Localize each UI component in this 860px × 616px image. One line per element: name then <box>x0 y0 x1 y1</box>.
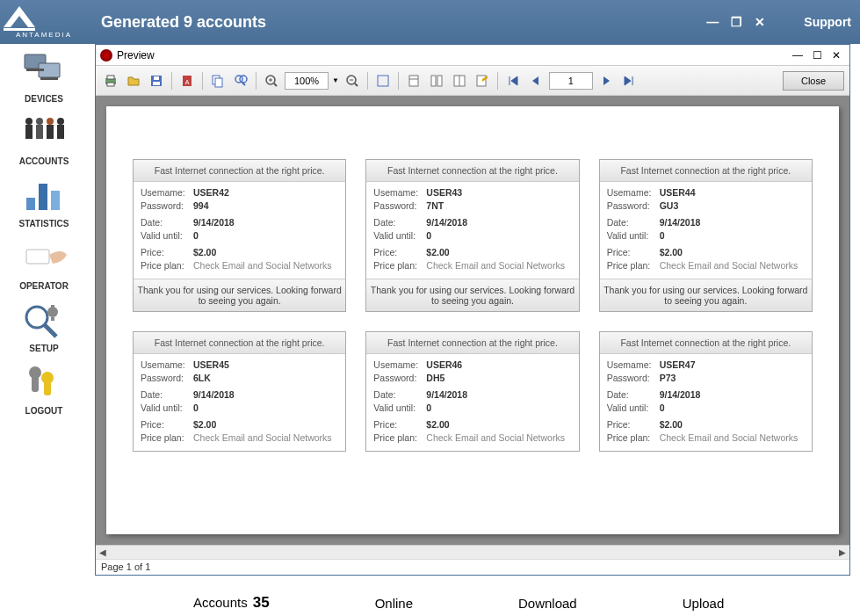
preview-titlebar: Preview — ☐ ✕ <box>96 45 849 66</box>
sidebar-item-devices[interactable]: DEVICES <box>4 48 83 104</box>
minimize-button[interactable]: — <box>706 15 719 29</box>
sidebar-item-setup[interactable]: SETUP <box>4 298 83 353</box>
accounts-label: Accounts <box>193 595 248 610</box>
password-label: Password: <box>607 373 660 383</box>
svg-rect-17 <box>26 250 49 264</box>
username-value: USER47 <box>660 359 805 370</box>
plan-label: Price plan: <box>607 260 660 271</box>
svg-line-19 <box>44 324 56 337</box>
app-title: Generated 9 accounts <box>101 13 266 32</box>
plan-label: Price plan: <box>141 260 193 271</box>
close-button[interactable]: ✕ <box>755 15 765 29</box>
zoom-dropdown-icon[interactable]: ▼ <box>332 76 339 84</box>
password-value: 7NT <box>426 200 571 211</box>
scroll-right-icon[interactable]: ▶ <box>835 547 849 557</box>
support-link[interactable]: Support <box>804 15 851 29</box>
username-value: USER44 <box>660 187 805 198</box>
username-value: USER46 <box>426 359 571 370</box>
save-icon[interactable] <box>147 71 166 91</box>
find-icon[interactable] <box>231 71 250 91</box>
page-layout-1-icon[interactable] <box>404 71 423 91</box>
account-card: Fast Internet connection at the right pr… <box>365 331 579 452</box>
page-input[interactable] <box>549 72 593 90</box>
horizontal-scrollbar[interactable]: ◀ ▶ <box>96 545 849 559</box>
date-value: 9/14/2018 <box>660 389 805 400</box>
titlebar: ANTAMEDIA Generated 9 accounts — ❐ ✕ Sup… <box>0 0 860 44</box>
zoom-input[interactable] <box>285 72 329 90</box>
toolbar-close-button[interactable]: Close <box>783 71 844 91</box>
svg-point-9 <box>47 118 54 125</box>
open-icon[interactable] <box>124 71 143 91</box>
date-value: 9/14/2018 <box>193 217 338 228</box>
svg-point-7 <box>36 118 43 125</box>
plan-value: Check Email and Social Networks <box>193 260 338 271</box>
preview-page: Fast Internet connection at the right pr… <box>106 106 839 534</box>
copy-icon[interactable] <box>208 71 228 91</box>
sidebar-item-logout[interactable]: LOGOUT <box>4 360 83 416</box>
password-value: P73 <box>660 373 805 383</box>
page-layout-3-icon[interactable] <box>450 71 469 91</box>
date-value: 9/14/2018 <box>426 217 571 228</box>
valid-value: 0 <box>660 402 805 413</box>
username-value: USER45 <box>193 359 338 370</box>
svg-rect-8 <box>36 125 43 139</box>
accounts-count: 35 <box>253 594 270 611</box>
pdf-icon[interactable]: A <box>177 71 197 91</box>
preview-dialog: Preview — ☐ ✕ A ▼ <box>95 44 850 576</box>
price-label: Price: <box>607 419 660 430</box>
password-label: Password: <box>373 200 426 211</box>
last-page-icon[interactable] <box>619 71 639 91</box>
svg-point-11 <box>57 118 64 125</box>
card-header: Fast Internet connection at the right pr… <box>366 332 578 354</box>
scroll-left-icon[interactable]: ◀ <box>96 547 110 557</box>
svg-rect-10 <box>47 125 54 139</box>
svg-rect-21 <box>51 305 54 308</box>
sidebar-item-accounts[interactable]: ACCOUNTS <box>4 111 83 166</box>
fullscreen-icon[interactable] <box>373 71 393 91</box>
sidebar-item-operator[interactable]: OPERATOR <box>4 236 83 291</box>
print-icon[interactable] <box>101 71 120 91</box>
price-value: $2.00 <box>193 247 338 257</box>
sidebar: DEVICES ACCOUNTS STATISTICS OPERATOR SET… <box>0 44 88 616</box>
price-value: $2.00 <box>426 247 571 257</box>
sidebar-item-statistics[interactable]: STATISTICS <box>4 173 83 228</box>
date-label: Date: <box>607 217 660 228</box>
next-page-icon[interactable] <box>596 71 616 91</box>
sidebar-label: ACCOUNTS <box>4 156 83 166</box>
username-label: Usemame: <box>373 187 426 198</box>
statistics-icon <box>18 173 70 217</box>
svg-rect-24 <box>32 373 39 392</box>
preview-close-button[interactable]: ✕ <box>827 47 845 63</box>
valid-value: 0 <box>426 230 571 241</box>
valid-label: Valid until: <box>607 402 660 413</box>
password-label: Password: <box>373 373 426 383</box>
password-value: 994 <box>193 200 338 211</box>
card-footer: Thank you for using our services. Lookin… <box>600 279 812 311</box>
svg-rect-54 <box>477 76 486 86</box>
app-logo: ANTAMEDIA <box>0 6 88 39</box>
svg-rect-13 <box>24 139 64 146</box>
zoom-in-icon[interactable] <box>262 71 281 91</box>
maximize-button[interactable]: ❐ <box>731 15 742 29</box>
preview-maximize-button[interactable]: ☐ <box>808 47 826 63</box>
svg-line-46 <box>355 83 358 86</box>
date-value: 9/14/2018 <box>660 217 805 228</box>
first-page-icon[interactable] <box>503 71 523 91</box>
svg-rect-16 <box>51 191 60 210</box>
username-label: Usemame: <box>373 359 426 370</box>
username-label: Usemame: <box>141 187 193 198</box>
svg-rect-12 <box>57 125 64 139</box>
valid-label: Valid until: <box>373 402 426 413</box>
date-label: Date: <box>607 389 660 400</box>
plan-value: Check Email and Social Networks <box>426 432 571 443</box>
card-header: Fast Internet connection at the right pr… <box>600 160 812 182</box>
zoom-out-icon[interactable] <box>343 71 362 91</box>
prev-page-icon[interactable] <box>526 71 546 91</box>
svg-rect-26 <box>44 378 51 395</box>
edit-icon[interactable] <box>473 71 492 91</box>
page-layout-2-icon[interactable] <box>427 71 446 91</box>
username-label: Usemame: <box>141 359 193 370</box>
username-label: Usemame: <box>607 187 660 198</box>
preview-minimize-button[interactable]: — <box>789 47 806 63</box>
password-label: Password: <box>141 373 193 383</box>
